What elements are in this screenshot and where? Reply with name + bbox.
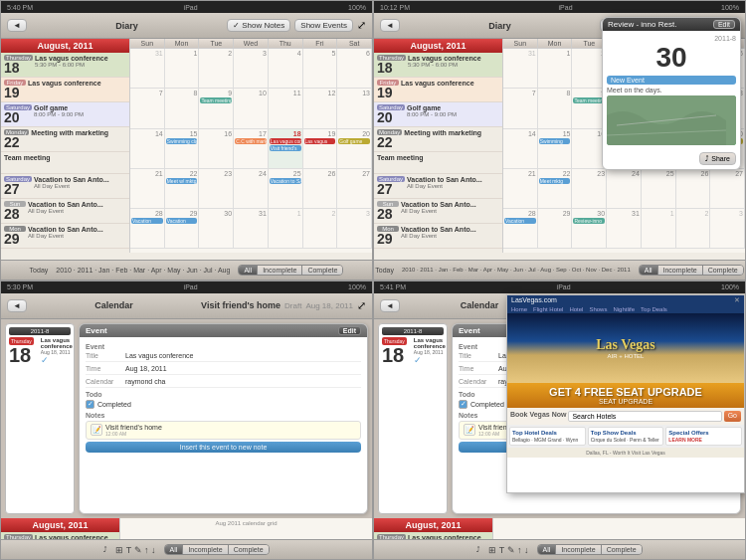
ad-nav-nightlife[interactable]: Nightlife [611,306,637,312]
cal-cell-22[interactable]: 22Meet w/ mktg [165,169,200,209]
insert-btn-q3[interactable]: Insert this event to new note [86,442,361,453]
ad-nav-deals[interactable]: Top Deals [639,306,669,312]
seg-complete-q3[interactable]: Complete [229,545,269,554]
cal-cell-13[interactable]: 13 [337,89,372,128]
learn-more-btn[interactable]: LEARN MORE [668,437,739,443]
back-btn-q4[interactable]: ◄ [380,299,400,312]
nav-today-q1[interactable]: Today [30,267,49,274]
cal-cell-q2-28[interactable]: 28Vacation [503,209,538,249]
back-btn-q1[interactable]: ◄ [7,19,27,32]
ad-header: LasVegas.com ✕ [507,295,744,305]
cal-cell-16[interactable]: 16 [199,129,234,169]
cal-cell-q2-21[interactable]: 21 [503,169,538,209]
seg-all-q1[interactable]: All [239,266,258,275]
seg-incomplete-q4[interactable]: Incomplete [556,545,601,554]
cal-cell-3[interactable]: 3 [234,49,269,89]
cal-cell-q2-15[interactable]: 15Swimming [538,129,573,169]
share-icon-q3[interactable]: ⤴ [103,546,107,553]
cal-cell-q2-7[interactable]: 7 [503,89,538,128]
seg-all-q3[interactable]: All [165,545,184,554]
review-share-btn[interactable]: ⤴ Share [699,152,736,165]
cal-cell-11[interactable]: 11 [269,89,303,128]
completed-checkbox-q3[interactable]: ✓ [86,400,94,409]
cal-cell-24[interactable]: 24 [234,169,269,209]
cal-cell-sep1[interactable]: 1 [269,209,303,249]
cal-cell-q2-s2[interactable]: 2 [676,209,711,249]
show-notes-btn-q1[interactable]: ✓ Show Notes [227,19,290,32]
cal-cell-q2-29[interactable]: 29 [538,209,573,249]
cal-cell-8[interactable]: 8 [165,89,200,128]
cal-cell-q2-23[interactable]: 23 [572,169,607,209]
cal-cell-q2-8[interactable]: 8 [538,89,573,128]
cal-cell-q2-24[interactable]: 24 [607,169,642,209]
event-edit-btn-q3[interactable]: Edit [338,326,361,335]
back-btn-q2[interactable]: ◄ [380,19,400,32]
cal-cell-6[interactable]: 6 [337,49,372,89]
cal-cell-q2-1[interactable]: 1 [538,49,573,89]
ad-search-input[interactable]: Search Hotels [568,411,721,422]
seg-complete-q1[interactable]: Complete [302,266,342,275]
cal-cell-q2-22[interactable]: 22Meet mktg [538,169,573,209]
cal-cell-q2-30[interactable]: 30Review-inno [572,209,607,249]
diary-entry-sat27: Saturday 27 Vacation to San Anto... All … [1,174,129,199]
ad-search-btn[interactable]: Go [724,411,741,422]
seg-incomplete-q2[interactable]: Incomplete [658,266,703,275]
seg-all-q4[interactable]: All [538,545,557,554]
seg-all-q2[interactable]: All [640,266,658,275]
cal-cell-q2-s1[interactable]: 1 [642,209,676,249]
review-new-event-label[interactable]: New Event [607,76,736,85]
cal-cell-q2-25[interactable]: 25 [642,169,676,209]
seg-incomplete-q3[interactable]: Incomplete [183,545,228,554]
cal-cell-9[interactable]: 9Team meeting [199,89,234,128]
cal-cell-21[interactable]: 21 [130,169,165,209]
cal-cell-28[interactable]: 28Vacation [130,209,165,249]
cal-cell-q2-14[interactable]: 14 [503,129,538,169]
seg-incomplete-q1[interactable]: Incomplete [258,266,302,275]
cal-cell-10[interactable]: 10 [234,89,269,128]
cal-cell-30[interactable]: 30 [199,209,234,249]
cal-cell-2[interactable]: 2 [199,49,234,89]
cal-cell-7[interactable]: 7 [130,89,165,128]
ad-upgrade-banner[interactable]: GET 4 FREE SEAT UPGRADE SEAT UPGRADE [507,383,744,408]
cal-cell-25[interactable]: 25Vacation to SA [269,169,303,209]
show-events-btn-q1[interactable]: Show Events [294,19,353,32]
cal-cell-5[interactable]: 5 [303,49,338,89]
cal-cell-q2-s3[interactable]: 3 [710,209,745,249]
cal-cell-17[interactable]: 17C.C with markt... [234,129,269,169]
ad-nav-hotel[interactable]: Hotel [567,306,585,312]
cal-cell-15[interactable]: 15Swimming class [165,129,200,169]
ad-nav-shows[interactable]: Shows [587,306,609,312]
back-btn-q3[interactable]: ◄ [7,299,27,312]
cal-cell-12[interactable]: 12 [303,89,338,128]
cal-cell-31[interactable]: 31 [234,209,269,249]
expand-icon-q1[interactable]: ⤢ [357,19,366,32]
completed-checkbox-q4[interactable]: ✓ [459,400,467,409]
cal-cell-29[interactable]: 29Vacation [165,209,200,249]
cal-cell-26[interactable]: 26 [303,169,338,209]
ad-close-icon[interactable]: ✕ [734,296,740,304]
cal-cell-20[interactable]: 20Golf game [337,129,372,169]
cal-cell-1[interactable]: 1 [165,49,200,89]
cal-cell-jul31[interactable]: 31 [130,49,165,89]
cal-cell-sep2[interactable]: 2 [303,209,338,249]
cal-cell-14[interactable]: 14 [130,129,165,169]
cal-cell-23[interactable]: 23 [199,169,234,209]
cal-cell-4[interactable]: 4 [269,49,303,89]
cal-cell-18[interactable]: 18Las vagus confVisit friend's [269,129,303,169]
cal-cell-q2-31[interactable]: 31 [607,209,642,249]
review-edit-btn[interactable]: Edit [713,20,735,29]
cal-cell-19[interactable]: 19Las vagus [303,129,338,169]
cal-cell-q2-27[interactable]: 27 [710,169,745,209]
ad-nav-home[interactable]: Home [509,306,529,312]
ad-nav-flight[interactable]: Flight Hotel [531,306,565,312]
cal-cell-27[interactable]: 27 [337,169,372,209]
expand-icon-q3[interactable]: ⤢ [357,299,366,312]
share-icon-q4[interactable]: ⤴ [476,546,480,553]
cal-cell-q2-26[interactable]: 26 [676,169,711,209]
cal-cell-sep3[interactable]: 3 [337,209,372,249]
seg-complete-q2[interactable]: Complete [703,266,743,275]
event-panel-body-q3: Event Title Las vagus conference Time Au… [80,337,367,457]
cal-cell-q2-0[interactable]: 31 [503,49,538,89]
seg-complete-q4[interactable]: Complete [602,545,642,554]
nav-today-q2[interactable]: Today [375,267,394,274]
